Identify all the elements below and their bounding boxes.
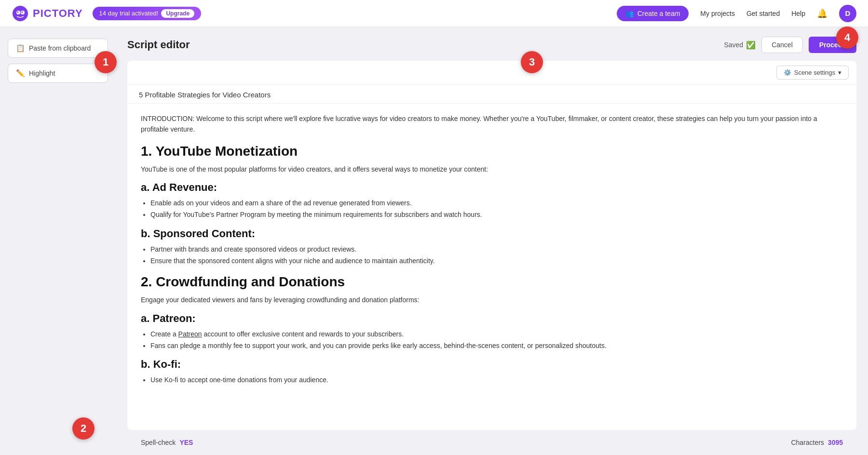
content-header: Script editor Saved ✅ Cancel Proceed — [127, 37, 856, 53]
characters-count: 3095 — [828, 439, 843, 446]
bell-icon[interactable]: 🔔 — [817, 8, 827, 19]
section-heading-1a: a. Ad Revenue: — [141, 181, 843, 194]
list-item: Enable ads on your videos and earn a sha… — [150, 198, 843, 209]
section-heading-2: 2. Crowdfunding and Donations — [141, 274, 843, 290]
section-body-2: Engage your dedicated viewers and fans b… — [141, 294, 843, 305]
clipboard-icon: 📋 — [16, 44, 25, 53]
list-item: Partner with brands and create sponsored… — [150, 244, 843, 255]
step-badge-2: 2 — [72, 417, 95, 440]
help-link[interactable]: Help — [791, 10, 805, 17]
intro-paragraph: INTRODUCTION: Welcome to this script whe… — [141, 113, 843, 135]
saved-status: Saved ✅ — [724, 40, 756, 50]
bullet-list-2a: Create a Patreon account to offer exclus… — [150, 329, 843, 352]
svg-point-4 — [22, 11, 23, 13]
logo[interactable]: PICTORY — [12, 5, 83, 22]
spellcheck-value[interactable]: YES — [179, 439, 193, 446]
document-title: 5 Profitable Strategies for Video Creato… — [139, 91, 271, 99]
list-item: Qualify for YouTube's Partner Program by… — [150, 209, 843, 221]
bottom-bar: Spell-check YES Characters 3095 — [127, 430, 856, 455]
gear-icon: ⚙️ — [784, 69, 791, 76]
editor-toolbar: ⚙️ Scene settings ▾ — [127, 61, 856, 85]
logo-text: PICTORY — [33, 7, 83, 20]
logo-icon — [12, 5, 29, 22]
section-heading-1b: b. Sponsored Content: — [141, 228, 843, 240]
get-started-link[interactable]: Get started — [746, 10, 780, 17]
create-team-button[interactable]: 👥 Create a team — [617, 6, 689, 21]
bullet-list-1b: Partner with brands and create sponsored… — [150, 244, 843, 267]
main-layout: 📋 Paste from clipboard ✏️ Highlight Scri… — [0, 27, 868, 455]
chevron-down-icon: ▾ — [838, 69, 841, 76]
upgrade-button[interactable]: Upgrade — [161, 9, 194, 18]
editor-body[interactable]: INTRODUCTION: Welcome to this script whe… — [127, 104, 856, 430]
section-heading-1: 1. YouTube Monetization — [141, 144, 843, 159]
trial-text: 14 day trial activated! — [99, 10, 159, 17]
list-item: Use Ko-fi to accept one-time donations f… — [150, 375, 843, 386]
list-item: Ensure that the sponsored content aligns… — [150, 255, 843, 267]
cancel-button[interactable]: Cancel — [761, 37, 803, 53]
bullet-list-1a: Enable ads on your videos and earn a sha… — [150, 198, 843, 221]
svg-point-0 — [13, 6, 28, 21]
scene-settings-button[interactable]: ⚙️ Scene settings ▾ — [776, 66, 849, 80]
svg-point-2 — [17, 11, 19, 13]
highlight-button[interactable]: ✏️ Highlight — [8, 64, 108, 83]
my-projects-link[interactable]: My projects — [700, 10, 735, 17]
list-item: Create a Patreon account to offer exclus… — [150, 329, 843, 340]
spellcheck-area: Spell-check YES — [141, 439, 193, 446]
page-title: Script editor — [127, 39, 190, 51]
topnav-left: PICTORY 14 day trial activated! Upgrade — [12, 5, 201, 22]
list-item: Fans can pledge a monthly fee to support… — [150, 340, 843, 352]
step-badge-4: 4 — [836, 27, 858, 49]
editor-container: ⚙️ Scene settings ▾ 5 Profitable Strateg… — [127, 61, 856, 430]
bullet-list-2b: Use Ko-fi to accept one-time donations f… — [150, 375, 843, 386]
section-body-1: YouTube is one of the most popular platf… — [141, 164, 843, 174]
editor-title-row: 5 Profitable Strategies for Video Creato… — [127, 85, 856, 104]
saved-label: Saved — [724, 41, 743, 49]
highlight-icon: ✏️ — [16, 69, 25, 78]
spellcheck-label: Spell-check — [141, 439, 176, 446]
content-area: Script editor Saved ✅ Cancel Proceed ⚙️ … — [116, 27, 868, 455]
check-icon: ✅ — [746, 40, 756, 50]
trial-badge: 14 day trial activated! Upgrade — [93, 7, 202, 20]
section-heading-2b: b. Ko-fi: — [141, 358, 843, 371]
avatar[interactable]: D — [839, 5, 856, 22]
topnav-right: 👥 Create a team My projects Get started … — [617, 5, 856, 22]
topnav: PICTORY 14 day trial activated! Upgrade … — [0, 0, 868, 27]
paste-from-clipboard-button[interactable]: 📋 Paste from clipboard — [8, 39, 108, 58]
section-heading-2a: a. Patreon: — [141, 312, 843, 325]
people-icon: 👥 — [625, 10, 634, 17]
step-badge-1: 1 — [95, 51, 117, 73]
characters-label: Characters — [791, 439, 824, 446]
sidebar: 📋 Paste from clipboard ✏️ Highlight — [0, 27, 116, 455]
step-badge-3: 3 — [521, 51, 543, 73]
characters-area: Characters 3095 — [791, 439, 843, 446]
